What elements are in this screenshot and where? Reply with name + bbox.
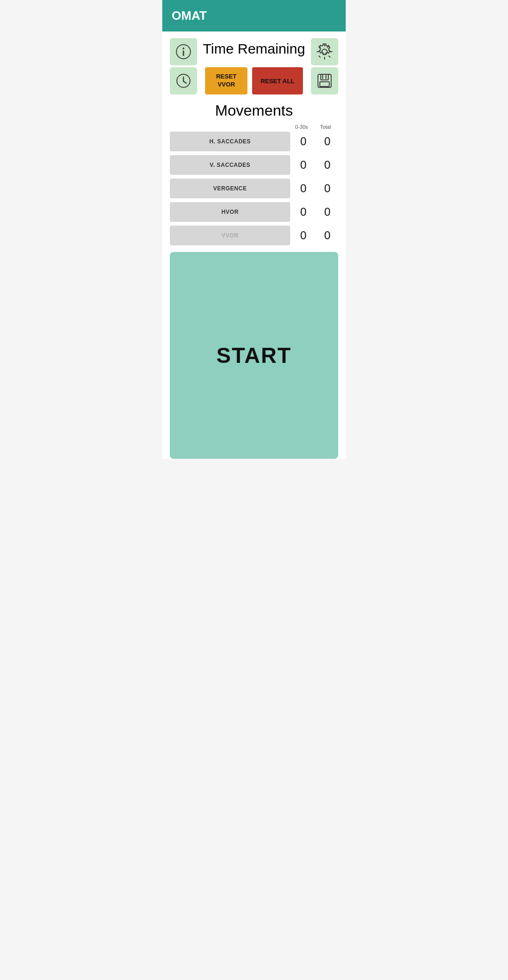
save-icon-box[interactable]: [311, 67, 338, 94]
movement-rows: H. SACCADES00V. SACCADES00VERGENCE00HVOR…: [170, 132, 338, 245]
clock-icon-box[interactable]: [170, 67, 197, 94]
col-header-total: Total: [315, 124, 336, 130]
app-title: OMAT: [172, 8, 207, 23]
col-header-0-30: 0-30s: [288, 124, 315, 130]
count-0-30: 0: [290, 205, 317, 219]
movements-table-header: 0-30s Total: [170, 124, 338, 130]
svg-rect-2: [183, 50, 184, 56]
count-total: 0: [317, 182, 338, 195]
top-row: Time Remaining: [170, 38, 338, 65]
movement-row: VVOR00: [170, 226, 338, 245]
count-total: 0: [317, 205, 338, 219]
main-content: Time Remaining RESETVVOR RESET ALL: [162, 31, 346, 459]
movement-button-hvor[interactable]: HVOR: [170, 202, 290, 222]
movement-row: V. SACCADES00: [170, 155, 338, 175]
svg-point-1: [183, 47, 184, 49]
svg-rect-8: [321, 74, 328, 80]
second-row: RESETVVOR RESET ALL: [170, 67, 338, 94]
movement-button-vergence[interactable]: VERGENCE: [170, 179, 290, 198]
svg-line-6: [183, 81, 186, 83]
info-icon: [175, 43, 192, 60]
gear-icon-box[interactable]: [311, 38, 338, 65]
reset-all-button[interactable]: RESET ALL: [252, 67, 303, 94]
movement-button-vvor[interactable]: VVOR: [170, 226, 290, 245]
count-0-30: 0: [290, 135, 317, 148]
time-remaining-label: Time Remaining: [197, 41, 311, 57]
movement-row: HVOR00: [170, 202, 338, 222]
svg-rect-9: [320, 82, 329, 86]
info-icon-box[interactable]: [170, 38, 197, 65]
save-icon: [316, 72, 333, 89]
count-0-30: 0: [290, 158, 317, 172]
count-total: 0: [317, 158, 338, 172]
reset-buttons-group: RESETVVOR RESET ALL: [197, 67, 311, 94]
movement-button-h--saccades[interactable]: H. SACCADES: [170, 132, 290, 151]
movements-title: Movements: [170, 102, 338, 119]
count-total: 0: [317, 229, 338, 242]
movement-row: H. SACCADES00: [170, 132, 338, 151]
start-label: START: [216, 343, 292, 368]
movement-button-v--saccades[interactable]: V. SACCADES: [170, 155, 290, 175]
clock-icon: [175, 72, 192, 89]
movement-row: VERGENCE00: [170, 179, 338, 198]
count-0-30: 0: [290, 229, 317, 242]
reset-vvor-button[interactable]: RESETVVOR: [205, 67, 247, 94]
app-header: OMAT: [162, 0, 346, 31]
start-button[interactable]: START: [170, 252, 338, 459]
count-total: 0: [317, 135, 338, 148]
count-0-30: 0: [290, 182, 317, 195]
gear-icon: [316, 43, 333, 60]
